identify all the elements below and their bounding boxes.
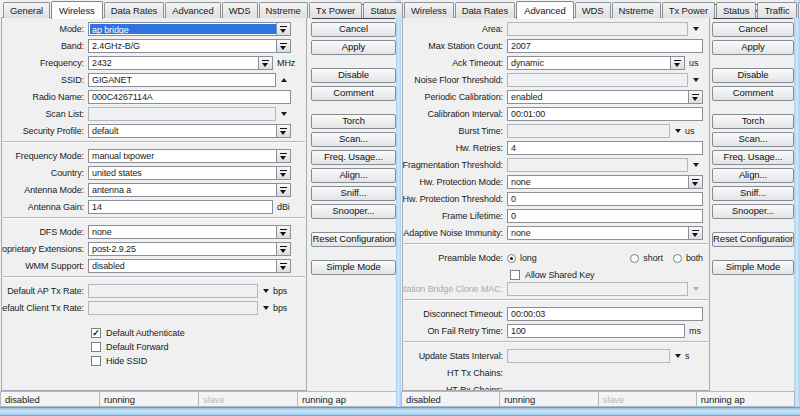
sniff-button[interactable]: Sniff...	[311, 186, 396, 201]
disable-button[interactable]: Disable	[311, 68, 396, 83]
ssid-up-arrow-icon[interactable]	[281, 78, 287, 82]
frequency-mode-dropdown-button[interactable]	[276, 150, 290, 162]
band-dropdown-button[interactable]	[276, 40, 290, 52]
scan-button[interactable]: Scan...	[712, 132, 794, 147]
dfs-mode-field[interactable]: none	[88, 225, 291, 239]
tab-data-rates[interactable]: Data Rates	[104, 2, 165, 18]
apply-button[interactable]: Apply	[712, 40, 794, 55]
adaptive-noise-immunity-dropdown-button[interactable]	[688, 227, 702, 239]
tab-tx-power[interactable]: Tx Power	[662, 2, 715, 18]
calibration-interval-field[interactable]: 00:01:00	[507, 107, 703, 121]
tab-advanced[interactable]: Advanced	[165, 2, 220, 18]
simple-mode-button[interactable]: Simple Mode	[311, 260, 396, 275]
wmm-support-field[interactable]: disabled	[88, 259, 291, 273]
torch-button[interactable]: Torch	[712, 114, 794, 129]
antenna-mode-dropdown-button[interactable]	[276, 184, 290, 196]
default-ap-tx-rate-dropdown-arrow-icon[interactable]	[263, 289, 269, 293]
on-fail-retry-time-field[interactable]: 100	[507, 324, 685, 338]
frequency-dropdown-button[interactable]	[258, 57, 272, 69]
ack-timeout-dropdown-button[interactable]	[670, 57, 684, 69]
tab-nstreme[interactable]: Nstreme	[259, 2, 308, 18]
max-station-count-field[interactable]: 2007	[507, 39, 703, 53]
tab-nstreme[interactable]: Nstreme	[612, 2, 661, 18]
disconnect-timeout-field[interactable]: 00:00:03	[507, 307, 703, 321]
tab-general[interactable]: General	[3, 2, 50, 18]
scan-list-field[interactable]	[88, 107, 276, 121]
radio-name-field[interactable]: 000C4267114A	[88, 90, 291, 104]
noise-floor-threshold-dropdown-arrow-icon[interactable]	[693, 78, 699, 82]
comment-button[interactable]: Comment	[712, 86, 794, 101]
hw-fragmentation-threshold-field[interactable]	[507, 158, 688, 172]
mode-field[interactable]: ap bridge	[88, 22, 291, 36]
apply-button[interactable]: Apply	[311, 40, 396, 55]
freq-usage-button[interactable]: Freq. Usage...	[311, 150, 396, 165]
comment-button[interactable]: Comment	[311, 86, 396, 101]
default-authenticate-checkbox[interactable]: ✓Default Authenticate	[91, 326, 306, 339]
cancel-button[interactable]: Cancel	[712, 22, 794, 37]
freq-usage-button[interactable]: Freq. Usage...	[712, 150, 794, 165]
default-client-tx-rate-field[interactable]	[88, 301, 258, 315]
hw-fragmentation-threshold-dropdown-arrow-icon[interactable]	[693, 163, 699, 167]
frequency-field[interactable]: 2432	[88, 56, 273, 70]
security-profile-field[interactable]: default	[88, 124, 291, 138]
tab-wds[interactable]: WDS	[575, 2, 611, 18]
default-ap-tx-rate-field[interactable]	[88, 284, 258, 298]
station-bridge-clone-mac-field[interactable]	[507, 282, 688, 296]
tab-status[interactable]: Status	[363, 2, 403, 18]
disable-button[interactable]: Disable	[712, 68, 794, 83]
wmm-support-dropdown-button[interactable]	[276, 260, 290, 272]
adaptive-noise-immunity-field[interactable]: none	[507, 226, 703, 240]
tab-wds[interactable]: WDS	[222, 2, 258, 18]
ack-timeout-field[interactable]: dynamic	[507, 56, 685, 70]
band-field[interactable]: 2.4GHz-B/G	[88, 39, 291, 53]
align-button[interactable]: Align...	[712, 168, 794, 183]
country-dropdown-button[interactable]	[276, 167, 290, 179]
dfs-mode-dropdown-button[interactable]	[276, 226, 290, 238]
scan-list-dropdown-arrow-icon[interactable]	[281, 112, 287, 116]
radio-short[interactable]: short	[630, 253, 663, 263]
hide-ssid-checkbox[interactable]: Hide SSID	[91, 354, 306, 367]
tab-tx-power[interactable]: Tx Power	[309, 2, 362, 18]
country-field[interactable]: united states	[88, 166, 291, 180]
cancel-button[interactable]: Cancel	[311, 22, 396, 37]
antenna-mode-field[interactable]: antenna a	[88, 183, 291, 197]
hw-retries-field[interactable]: 4	[507, 141, 703, 155]
area-field[interactable]	[507, 22, 688, 36]
ssid-field[interactable]: GIGANET	[88, 73, 276, 87]
noise-floor-threshold-field[interactable]	[507, 73, 688, 87]
hw-protection-mode-field[interactable]: none	[507, 175, 703, 189]
tab-traffic[interactable]: Traffic	[757, 2, 796, 18]
radio-both[interactable]: both	[673, 253, 703, 263]
burst-time-field[interactable]	[507, 124, 670, 138]
periodic-calibration-field[interactable]: enabled	[507, 90, 703, 104]
periodic-calibration-dropdown-button[interactable]	[688, 91, 702, 103]
default-client-tx-rate-dropdown-arrow-icon[interactable]	[263, 306, 269, 310]
align-button[interactable]: Align...	[311, 168, 396, 183]
frame-lifetime-field[interactable]: 0	[507, 209, 703, 223]
snooper-button[interactable]: Snooper...	[311, 204, 396, 219]
sniff-button[interactable]: Sniff...	[712, 186, 794, 201]
mode-dropdown-button[interactable]	[276, 23, 290, 35]
proprietary-extensions-field[interactable]: post-2.9.25	[88, 242, 291, 256]
tab-advanced[interactable]: Advanced	[516, 1, 573, 19]
reset-configuration-button[interactable]: Reset Configuration	[311, 232, 396, 247]
proprietary-extensions-dropdown-button[interactable]	[276, 243, 290, 255]
reset-configuration-button[interactable]: Reset Configuration	[712, 232, 794, 247]
area-dropdown-arrow-icon[interactable]	[693, 27, 699, 31]
tab-wireless[interactable]: Wireless	[51, 1, 103, 19]
station-bridge-clone-mac-dropdown-arrow-icon[interactable]	[693, 287, 699, 291]
update-stats-interval-dropdown-arrow-icon[interactable]	[675, 354, 681, 358]
update-stats-interval-field[interactable]	[507, 349, 670, 363]
tab-wireless[interactable]: Wireless	[404, 2, 454, 18]
burst-time-dropdown-arrow-icon[interactable]	[675, 129, 681, 133]
tab-status[interactable]: Status	[716, 2, 756, 18]
antenna-gain-field[interactable]: 14	[88, 200, 273, 214]
simple-mode-button[interactable]: Simple Mode	[712, 260, 794, 275]
security-profile-dropdown-button[interactable]	[276, 125, 290, 137]
hw-protection-threshold-field[interactable]: 0	[507, 192, 703, 206]
frequency-mode-field[interactable]: manual txpower	[88, 149, 291, 163]
tab-data-rates[interactable]: Data Rates	[455, 2, 516, 18]
hw-protection-mode-dropdown-button[interactable]	[688, 176, 702, 188]
default-forward-checkbox[interactable]: Default Forward	[91, 340, 306, 353]
radio-long[interactable]: long	[507, 253, 537, 263]
